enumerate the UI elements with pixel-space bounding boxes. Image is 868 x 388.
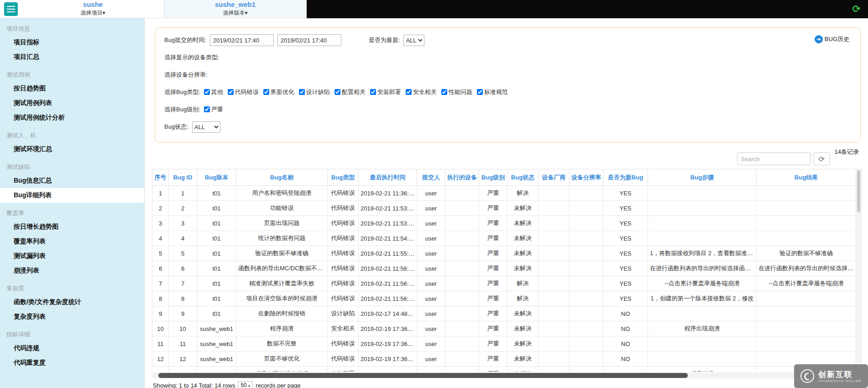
- bug-type-checkbox-input[interactable]: [477, 89, 483, 95]
- table-row[interactable]: 22t01功能错误代码错误2019-02-21 11:53:32user严重未解…: [152, 201, 856, 216]
- bug-type-checkbox[interactable]: 其他: [204, 88, 223, 96]
- table-cell: [445, 246, 479, 261]
- horizontal-scrollbar-thumb[interactable]: [158, 373, 688, 378]
- bug-type-checkbox-input[interactable]: [228, 89, 234, 95]
- sidebar-item[interactable]: 复杂度列表: [0, 309, 144, 324]
- table-cell: 12: [169, 351, 197, 367]
- sidebar-item[interactable]: Bug信息汇总: [0, 173, 144, 188]
- table-row[interactable]: 66t01函数列表的导出MC/DC数据不正确代码错误2019-02-21 11:…: [152, 261, 856, 276]
- column-header[interactable]: 是否为新Bug: [603, 169, 648, 186]
- column-header[interactable]: Bug ID: [169, 169, 197, 186]
- table-row[interactable]: 33t01页面出现问题代码错误2019-02-21 11:53:48user严重…: [152, 216, 856, 231]
- table-cell: NO: [603, 306, 648, 321]
- column-header[interactable]: 序号: [152, 169, 169, 186]
- bug-type-checkbox-input[interactable]: [441, 89, 447, 95]
- bug-type-checkbox[interactable]: 界面优化: [263, 88, 294, 96]
- table-cell: 安装部署: [328, 367, 359, 372]
- version-tab[interactable]: sushe_web1 选择版本▾: [164, 0, 307, 18]
- project-tab[interactable]: sushe 选择项目▾: [22, 0, 164, 18]
- column-header[interactable]: 提交人: [417, 169, 445, 186]
- table-cell: t01: [197, 306, 236, 321]
- bug-level-checkbox-input[interactable]: [204, 106, 210, 112]
- table-row[interactable]: 1010sushe_web1程序崩溃安全相关2019-02-19 17:36:3…: [152, 321, 856, 336]
- table-cell: NO: [603, 367, 648, 372]
- table-cell: [570, 336, 603, 351]
- table-cell: [648, 336, 757, 351]
- table-row[interactable]: 77t01精准测试累计覆盖率失败代码错误2019-02-21 11:56:29u…: [152, 276, 856, 291]
- time-to-input[interactable]: [277, 34, 341, 46]
- bug-type-checkbox-input[interactable]: [370, 89, 376, 95]
- sidebar-item[interactable]: Bug详细列表: [0, 188, 144, 203]
- sidebar-item[interactable]: 测试漏列表: [0, 249, 144, 263]
- bug-type-checkbox[interactable]: 代码错误: [228, 88, 259, 96]
- bug-type-checkbox[interactable]: 安全相关: [406, 88, 437, 96]
- project-select-dropdown[interactable]: 选择项目▾: [80, 9, 105, 17]
- table-cell: 2: [169, 201, 197, 216]
- hamburger-menu-icon[interactable]: [4, 2, 18, 16]
- sidebar-item[interactable]: 按日增长趋势图: [0, 220, 144, 234]
- table-cell: 数据不完整: [236, 336, 328, 351]
- bug-type-checkbox[interactable]: 性能问题: [441, 88, 472, 96]
- column-header[interactable]: 最后执行时间: [359, 169, 417, 186]
- refresh-icon[interactable]: ⟳: [852, 4, 861, 14]
- column-header[interactable]: Bug名称: [236, 169, 328, 186]
- table-cell: 未解决: [507, 306, 539, 321]
- sidebar-item[interactable]: 按日趋势图: [0, 81, 144, 96]
- sidebar-item[interactable]: 代码重复度: [0, 356, 144, 370]
- bug-type-checkbox-input[interactable]: [204, 89, 210, 95]
- column-header[interactable]: Bug级别: [479, 169, 507, 186]
- bug-type-checkbox-input[interactable]: [263, 89, 269, 95]
- column-header[interactable]: 执行的设备: [445, 169, 479, 186]
- table-cell: 11: [169, 336, 197, 351]
- bug-state-select[interactable]: ALL: [192, 121, 220, 133]
- bug-type-checkbox-input[interactable]: [335, 89, 340, 95]
- bug-history-link[interactable]: ➜ BUG历史: [815, 35, 849, 43]
- resolution-label: 选择设备分辨率:: [164, 71, 208, 79]
- bug-type-checkbox-input[interactable]: [406, 89, 412, 95]
- bug-level-checkbox[interactable]: 严重: [204, 105, 223, 114]
- column-header[interactable]: Bug版本: [197, 169, 236, 186]
- table-refresh-button[interactable]: ⟳: [814, 152, 830, 165]
- page-size-value: 50: [241, 382, 246, 388]
- page-size-select[interactable]: 50 ▴: [238, 381, 253, 388]
- bug-type-checkbox[interactable]: 安装部署: [370, 88, 401, 96]
- bug-type-checkbox-input[interactable]: [299, 89, 305, 95]
- table-row[interactable]: 1212sushe_web1页面不够优化代码错误2019-02-19 17:36…: [152, 351, 856, 367]
- table-row[interactable]: 88t01项目在清空版本的时候崩溃代码错误2019-02-21 11:56:56…: [152, 291, 856, 306]
- table-cell: 代码错误: [328, 231, 359, 246]
- sidebar-item[interactable]: 测试环境汇总: [0, 142, 144, 157]
- horizontal-scrollbar[interactable]: [152, 372, 863, 378]
- search-input[interactable]: [737, 152, 811, 165]
- column-header[interactable]: Bug结果: [757, 169, 856, 186]
- table-row[interactable]: 55t01验证的数据不够准确代码错误2019-02-21 11:55:06use…: [152, 246, 856, 261]
- vertical-scrollbar[interactable]: [856, 169, 862, 372]
- sidebar-item[interactable]: 代码违规: [0, 341, 144, 356]
- table-row[interactable]: 1111sushe_web1数据不完整代码错误2019-02-19 17:36:…: [152, 336, 856, 351]
- table-cell: [445, 367, 479, 372]
- column-header[interactable]: Bug状态: [507, 169, 539, 186]
- column-header[interactable]: Bug类型: [328, 169, 359, 186]
- version-select-dropdown[interactable]: 选择版本▾: [223, 9, 247, 17]
- table-row[interactable]: 44t01统计的数据有问题代码错误2019-02-21 11:54:07user…: [152, 231, 856, 246]
- sidebar-item[interactable]: 崩溃列表: [0, 263, 144, 278]
- sidebar-item[interactable]: 覆盖率列表: [0, 234, 144, 249]
- vertical-scrollbar-thumb[interactable]: [857, 170, 860, 212]
- bug-type-checkbox[interactable]: 配置相关: [335, 88, 366, 96]
- column-header[interactable]: 设备厂商: [539, 169, 570, 186]
- sidebar-item[interactable]: 测试用例统计分析: [0, 110, 144, 125]
- bug-type-checkbox[interactable]: 标准规范: [477, 88, 508, 96]
- column-header[interactable]: 设备分辨率: [570, 169, 603, 186]
- bug-type-checkbox[interactable]: 设计缺陷: [299, 88, 330, 96]
- sidebar-item[interactable]: 测试用例列表: [0, 96, 144, 110]
- table-row[interactable]: 11t01用户名和密码登陆崩溃代码错误2019-02-21 11:36:35us…: [152, 186, 856, 201]
- table-cell: 验证的数据不够准确: [757, 246, 856, 261]
- table-row[interactable]: 1313sushe_web1程序出现崩溃的情况安装部署2019-02-19 17…: [152, 367, 856, 372]
- time-from-input[interactable]: [210, 34, 274, 46]
- sidebar-item[interactable]: 函数/类/文件复杂度统计: [0, 295, 144, 309]
- column-header[interactable]: Bug步骤: [648, 169, 757, 186]
- sidebar-item[interactable]: 项目指标: [0, 35, 144, 50]
- latest-select[interactable]: ALL: [403, 35, 424, 46]
- sidebar-item[interactable]: 项目汇总: [0, 50, 144, 64]
- table-cell: 4: [152, 231, 169, 246]
- table-row[interactable]: 99t01在删除的时候报错设计缺陷2019-02-17 14:48:40user…: [152, 306, 856, 321]
